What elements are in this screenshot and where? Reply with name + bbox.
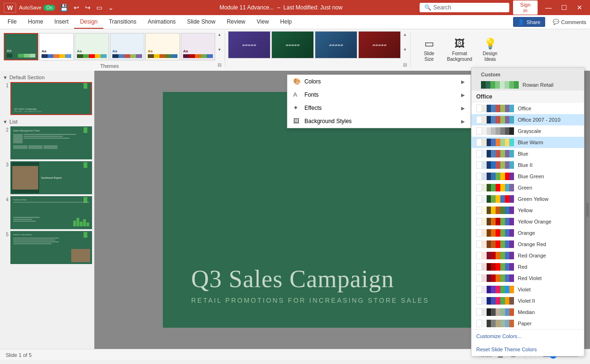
tab-animations[interactable]: Animations [142,16,181,29]
tab-help[interactable]: Help [275,16,298,29]
tab-review[interactable]: Review [221,16,251,29]
themes-row: Aa Aa Aa [4,31,215,62]
paper-name: Paper [518,321,579,326]
colors-menu-item-colors[interactable]: 🎨 Colors ▶ [287,75,471,88]
scroll-down-icon[interactable]: ▼ [217,47,222,52]
variant-3[interactable]: ▰▰▰▰▰ [315,31,357,58]
color-option-red-violet[interactable]: Red Violet [472,273,584,284]
slide-item-5[interactable]: 5 Santa Fe, New Mexico [2,231,92,264]
custom-rowan-retail[interactable]: Rowan Retail [476,79,579,91]
paper-swatch [476,320,514,327]
slide-thumb-4[interactable]: Southwest Data [10,196,92,229]
slide-item-1[interactable]: 1 Q3 Sales Campaign RETAIL PROMOTIONS [2,82,92,115]
color-option-blue-warm[interactable]: Blue Warm [472,137,584,148]
colors-menu-item-effects[interactable]: ✦ Effects ▶ [287,101,471,115]
design-tools: ▭ SlideSize 🖼 FormatBackground 💡 DesignI… [413,31,506,69]
tab-view[interactable]: View [251,16,275,29]
theme-item-2[interactable]: Aa [39,33,74,60]
theme-item-3[interactable]: Aa [75,33,109,60]
signin-button[interactable]: Sign in [513,0,538,15]
comments-button[interactable]: 💬 Comments [549,17,590,27]
effects-arrow: ▶ [461,106,465,111]
colors-menu-item-bg[interactable]: 🖼 Background Styles ▶ [287,115,471,128]
color-option-violet2[interactable]: Violet II [472,295,584,306]
autosave-toggle[interactable]: On [43,5,55,11]
color-option-median[interactable]: Median [472,306,584,318]
slide-thumb-3[interactable]: Southwest Region [10,161,92,194]
slide-thumb-1[interactable]: Q3 Sales Campaign RETAIL PROMOTIONS [10,82,92,115]
share-button[interactable]: 👤 Share [513,17,545,27]
more-themes-icon[interactable]: ⊟ [217,62,222,68]
reset-theme-button[interactable]: Reset Slide Theme Colors [472,343,584,356]
colors-dropdown: 🎨 Colors ▶ A Fonts ▶ ✦ Effects ▶ 🖼 Backg… [287,74,471,128]
slide-number-2: 2 [2,126,8,132]
present-icon[interactable]: ▭ [94,3,104,12]
color-option-blue2[interactable]: Blue II [472,159,584,171]
variant-1[interactable]: ▰▰▰▰▰ [228,31,270,58]
bookmark-3 [84,162,87,168]
theme-item-6[interactable]: Aa [181,33,215,60]
theme-item-4[interactable]: Aa [110,33,144,60]
color-option-paper[interactable]: Paper [472,318,584,329]
slide-thumb-2[interactable]: Sales Management Team [10,126,92,159]
customize-icon[interactable]: ⌄ [106,3,116,12]
variant-scroll[interactable]: ▲ ▼ ⊟ [403,31,407,69]
redo-icon[interactable]: ↪ [83,3,93,12]
autosave-control[interactable]: AutoSave On [19,5,55,11]
slide-thumb-5[interactable]: Santa Fe, New Mexico [10,231,92,264]
color-option-office-2007[interactable]: Office 2007 - 2010 [472,114,584,125]
yellow-orange-name: Yellow Orange [518,219,579,224]
default-section-header[interactable]: ▼ Default Section [2,73,92,82]
search-bar[interactable]: 🔍 Search [420,3,509,12]
theme-scroll[interactable]: ▲ ▼ ⊟ [217,31,222,69]
variant-2[interactable]: ▰▰▰▰▰ [271,31,314,58]
scroll-up-icon[interactable]: ▲ [217,32,222,37]
color-option-blue[interactable]: Blue [472,148,584,159]
variant-more[interactable]: ⊟ [403,62,407,68]
minimize-icon[interactable]: — [541,3,556,12]
tab-slideshow[interactable]: Slide Show [181,16,221,29]
slide-item-3[interactable]: 3 Southwest Region [2,161,92,194]
format-background-button[interactable]: 🖼 FormatBackground [443,33,476,66]
tab-home[interactable]: Home [22,16,49,29]
undo-icon[interactable]: ↩ [72,3,81,12]
color-option-grayscale[interactable]: Grayscale [472,125,584,137]
red-orange-name: Red Orange [518,253,579,258]
close-icon[interactable]: ✕ [573,3,586,12]
tab-insert[interactable]: Insert [49,16,74,29]
color-option-orange[interactable]: Orange [472,227,584,239]
theme-item-5[interactable]: Aa [145,33,180,60]
slide-number-3: 3 [2,161,8,167]
design-ideas-button[interactable]: 💡 DesignIdeas [478,33,502,66]
slide-item-4[interactable]: 4 Southwest Data [2,196,92,229]
slide-subtitle: RETAIL PROMOTIONS FOR INCREASING STORE S… [191,297,493,304]
colors-menu-item-fonts[interactable]: A Fonts ▶ [287,88,471,101]
variant-scroll-up[interactable]: ▲ [403,32,407,37]
slide-item-2[interactable]: 2 Sales Management Team [2,126,92,159]
tab-transitions[interactable]: Transitions [103,16,142,29]
tab-file[interactable]: File [2,16,22,29]
format-background-icon: 🖼 [455,38,465,50]
color-option-green[interactable]: Green [472,182,584,193]
variant-scroll-down[interactable]: ▼ [403,47,407,52]
color-option-red-orange[interactable]: Red Orange [472,250,584,261]
color-option-violet[interactable]: Violet [472,284,584,295]
theme-item-1[interactable]: Aa [4,33,38,60]
color-option-orange-red[interactable]: Orange Red [472,239,584,250]
tab-design[interactable]: Design [74,16,103,29]
color-option-office[interactable]: Office [472,103,584,114]
color-option-red[interactable]: Red [472,261,584,273]
ribbon-divider-1 [225,33,225,67]
office-section-title: Office [472,91,584,103]
slide-size-button[interactable]: ▭ SlideSize [417,33,441,66]
variant-4[interactable]: ▰▰▰▰▰ [358,31,401,58]
list-section-header[interactable]: ▼ List [2,117,92,126]
save-icon[interactable]: 💾 [58,3,70,12]
color-option-yellow-orange[interactable]: Yellow Orange [472,216,584,227]
color-option-yellow[interactable]: Yellow [472,205,584,216]
color-option-green-yellow[interactable]: Green Yellow [472,193,584,205]
color-option-blue-green[interactable]: Blue Green [472,171,584,182]
search-placeholder: Search [433,4,451,11]
maximize-icon[interactable]: ☐ [557,3,571,12]
customize-colors-button[interactable]: Customize Colors... [472,329,584,343]
